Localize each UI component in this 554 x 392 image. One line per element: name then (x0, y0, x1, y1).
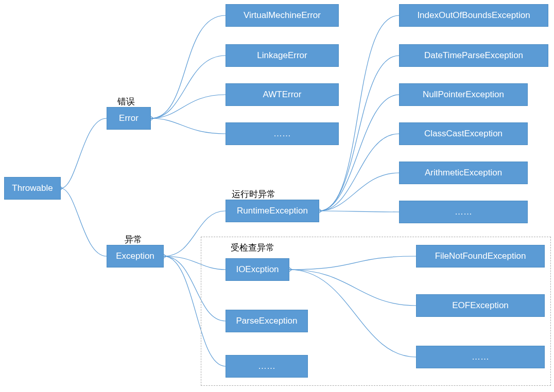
node-parseexception: ParseException (226, 310, 308, 332)
node-label: …… (273, 129, 291, 139)
node-eofexception: EOFException (416, 294, 545, 317)
node-checked-more: …… (226, 355, 308, 378)
node-label: DateTimeParseException (424, 50, 523, 61)
node-label: ArithmeticException (425, 168, 502, 178)
node-awterror: AWTError (226, 83, 339, 106)
node-filenotfound: FileNotFoundException (416, 245, 545, 268)
node-label: Throwable (12, 183, 53, 193)
node-exception: Exception (107, 245, 164, 268)
node-ioexception: IOExcption (226, 258, 289, 281)
node-label: Exception (116, 251, 154, 261)
node-arithmetic: ArithmeticException (399, 162, 528, 184)
checked-annotation: 受检查异常 (231, 242, 274, 254)
node-datetimeparse: DateTimeParseException (399, 44, 548, 67)
node-throwable: Throwable (4, 177, 61, 200)
exception-annotation: 异常 (125, 234, 142, 245)
node-linkageerror: LinkageError (226, 44, 339, 67)
node-label: NullPointerException (423, 90, 504, 100)
node-nullpointer: NullPointerException (399, 83, 528, 106)
node-label: EOFException (452, 300, 509, 311)
node-label: IOExcption (236, 264, 279, 275)
node-label: …… (472, 352, 489, 362)
node-indexoutofbounds: IndexOutOfBoundsException (399, 4, 548, 27)
node-runtime-more: …… (399, 201, 528, 223)
error-annotation: 错误 (117, 96, 135, 108)
node-label: ClassCastException (424, 129, 503, 139)
node-label: AWTError (263, 90, 302, 100)
node-label: FileNotFoundException (435, 251, 526, 261)
node-label: LinkageError (257, 50, 307, 61)
node-classcast: ClassCastException (399, 122, 528, 145)
node-virtualmachineerror: VirtualMechineError (226, 4, 339, 27)
node-label: …… (258, 361, 275, 371)
node-label: Error (119, 113, 138, 123)
node-runtimeexception: RuntimeException (226, 200, 319, 222)
node-label: …… (455, 207, 472, 217)
node-io-more: …… (416, 346, 545, 368)
node-label: ParseException (236, 316, 297, 326)
runtime-annotation: 运行时异常 (232, 188, 275, 200)
node-label: IndexOutOfBoundsException (417, 10, 530, 21)
node-error-more: …… (226, 122, 339, 145)
node-error: Error (107, 107, 151, 130)
node-label: VirtualMechineError (244, 10, 321, 21)
node-label: RuntimeException (237, 206, 308, 216)
